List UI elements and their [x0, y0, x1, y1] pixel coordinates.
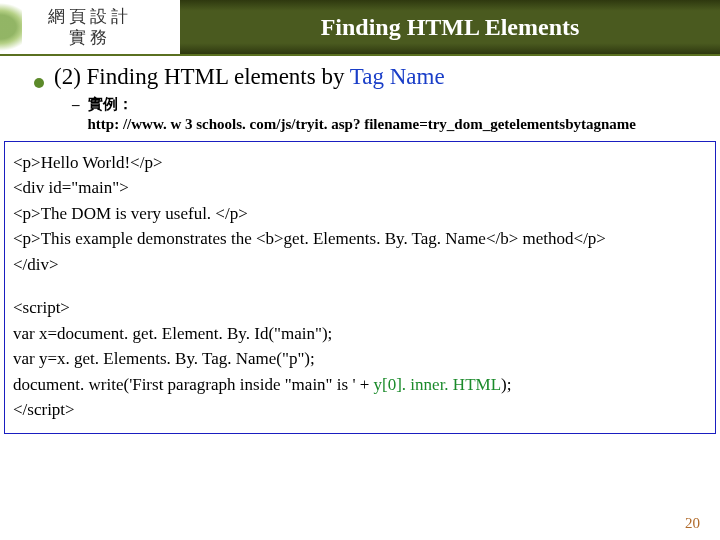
bullet-text: (2) Finding HTML elements by Tag Name	[54, 64, 445, 90]
page-number: 20	[685, 515, 700, 532]
dash-icon: –	[72, 94, 80, 135]
example-url: http: //www. w 3 schools. com/js/tryit. …	[88, 116, 650, 132]
slide-title: Finding HTML Elements	[180, 0, 720, 54]
example-label: 實例：	[88, 95, 133, 112]
course-title-line2: 實務	[69, 27, 111, 48]
sub-bullet: – 實例： http: //www. w 3 schools. com/js/t…	[34, 94, 708, 135]
code-line: <p>The DOM is very useful. </p>	[13, 201, 707, 227]
course-title-line1: 網頁設計	[48, 6, 132, 27]
code-line: <script>	[13, 295, 707, 321]
code-line: <div id="main">	[13, 175, 707, 201]
bullet-link: Tag Name	[350, 64, 445, 89]
bullet-icon	[34, 78, 44, 88]
code-line: document. write('First paragraph inside …	[13, 372, 707, 398]
code-line: </script>	[13, 397, 707, 423]
bullet-prefix: (2) Finding HTML elements by	[54, 64, 350, 89]
code-line: <p>This example demonstrates the <b>get.…	[13, 226, 707, 252]
slide-header: 網頁設計 實務 Finding HTML Elements	[0, 0, 720, 54]
code-line: var y=x. get. Elements. By. Tag. Name("p…	[13, 346, 707, 372]
code-frag: );	[501, 375, 511, 394]
code-line: </div>	[13, 252, 707, 278]
course-title: 網頁設計 實務	[0, 0, 180, 54]
slide-body: (2) Finding HTML elements by Tag Name – …	[0, 56, 720, 135]
code-line: <p>Hello World!</p>	[13, 150, 707, 176]
main-bullet: (2) Finding HTML elements by Tag Name	[34, 64, 708, 90]
code-line: var x=document. get. Element. By. Id("ma…	[13, 321, 707, 347]
code-box: <p>Hello World!</p> <div id="main"> <p>T…	[4, 141, 716, 434]
code-highlight: y[0]. inner. HTML	[374, 375, 501, 394]
code-frag: document. write('First paragraph inside …	[13, 375, 374, 394]
